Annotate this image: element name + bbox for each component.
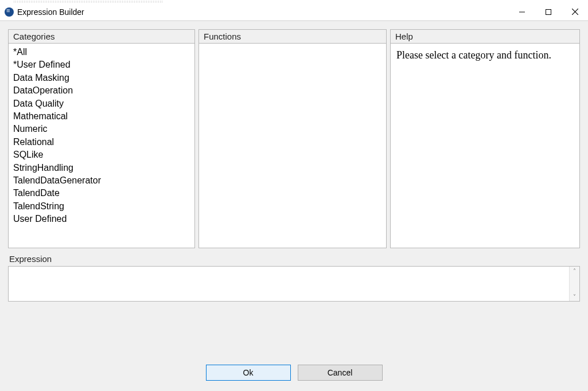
categories-list[interactable]: *All *User Defined Data Masking DataOper… — [8, 44, 195, 248]
category-item[interactable]: SQLike — [13, 148, 190, 161]
category-item[interactable]: DataOperation — [13, 84, 190, 97]
category-item[interactable]: TalendString — [13, 200, 190, 213]
scroll-down-icon: ˅ — [573, 294, 576, 300]
close-icon — [572, 9, 578, 15]
category-item[interactable]: Relational — [13, 136, 190, 148]
category-item[interactable]: *All — [13, 46, 190, 58]
scroll-up-icon: ˄ — [573, 268, 576, 274]
categories-panel: Categories *All *User Defined Data Maski… — [8, 29, 195, 248]
dialog-button-row: Ok Cancel — [8, 307, 580, 383]
category-item[interactable]: Data Quality — [13, 97, 190, 110]
category-item[interactable]: User Defined — [13, 213, 190, 225]
content-area: Categories *All *User Defined Data Maski… — [0, 21, 588, 391]
titlebar: Expression Builder — [0, 3, 588, 21]
category-item[interactable]: StringHandling — [13, 162, 190, 174]
maximize-button[interactable] — [535, 3, 562, 20]
category-item[interactable]: Numeric — [13, 123, 190, 135]
functions-header: Functions — [198, 29, 387, 44]
category-item[interactable]: *User Defined — [13, 58, 190, 71]
cancel-button[interactable]: Cancel — [298, 365, 383, 381]
functions-panel: Functions — [198, 29, 387, 248]
window-controls — [509, 3, 588, 20]
help-panel: Help Please select a category and functi… — [390, 29, 580, 248]
minimize-button[interactable] — [509, 3, 535, 20]
categories-header: Categories — [8, 29, 195, 44]
expression-label: Expression — [8, 253, 580, 265]
app-icon — [5, 7, 14, 17]
minimize-icon — [519, 9, 525, 15]
help-text: Please select a category and function. — [390, 44, 580, 248]
expression-scrollbar[interactable]: ˄ ˅ — [569, 267, 579, 301]
expression-input[interactable] — [9, 267, 569, 301]
expression-section: Expression ˄ ˅ — [8, 253, 580, 302]
expression-box-wrap: ˄ ˅ — [8, 266, 580, 302]
category-item[interactable]: Mathematical — [13, 110, 190, 123]
close-button[interactable] — [562, 3, 588, 20]
top-stub — [0, 0, 588, 3]
svg-rect-1 — [546, 9, 551, 14]
maximize-icon — [546, 9, 551, 15]
help-header: Help — [390, 29, 580, 44]
category-item[interactable]: TalendDataGenerator — [13, 174, 190, 187]
window-title: Expression Builder — [17, 7, 84, 17]
ok-button[interactable]: Ok — [206, 365, 291, 381]
category-item[interactable]: Data Masking — [13, 72, 190, 84]
panels-row: Categories *All *User Defined Data Maski… — [8, 29, 580, 248]
functions-list[interactable] — [198, 44, 387, 248]
category-item[interactable]: TalendDate — [13, 187, 190, 200]
